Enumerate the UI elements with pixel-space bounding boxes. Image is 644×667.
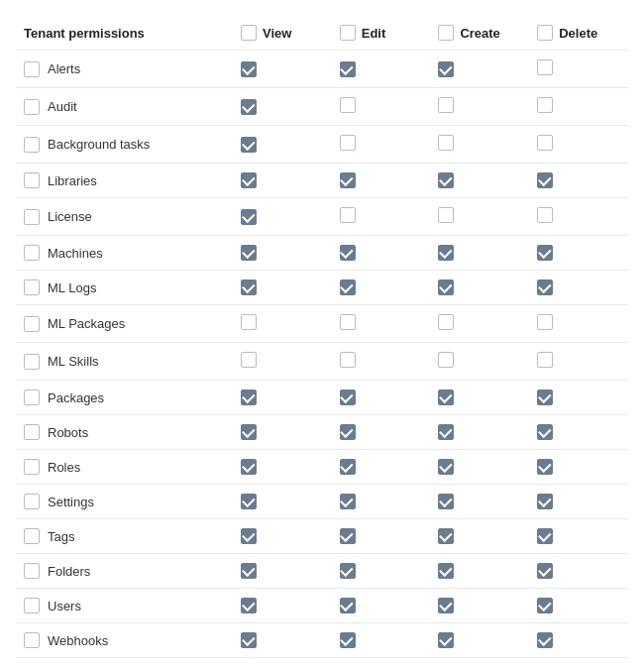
header-view-checkbox[interactable]: [241, 25, 257, 41]
row-delete-checkbox[interactable]: [537, 424, 553, 440]
row-delete-checkbox[interactable]: [537, 494, 553, 509]
row-name-cell: Settings: [16, 485, 233, 519]
row-create-checkbox[interactable]: [438, 61, 454, 77]
row-edit-checkbox[interactable]: [340, 314, 356, 330]
row-create-checkbox[interactable]: [438, 494, 454, 509]
row-select-checkbox[interactable]: [24, 137, 40, 153]
row-create-checkbox[interactable]: [438, 352, 454, 368]
row-select-checkbox[interactable]: [24, 61, 40, 77]
row-view-checkbox[interactable]: [241, 494, 257, 509]
row-delete-cell: [529, 485, 628, 519]
row-view-checkbox[interactable]: [241, 352, 257, 368]
row-delete-checkbox[interactable]: [537, 207, 553, 223]
row-create-cell: [430, 51, 529, 88]
row-create-checkbox[interactable]: [438, 632, 454, 648]
row-select-checkbox[interactable]: [24, 354, 40, 370]
row-view-checkbox[interactable]: [241, 424, 257, 440]
row-view-checkbox[interactable]: [241, 209, 257, 225]
table-row: Robots: [16, 415, 628, 450]
row-view-checkbox[interactable]: [241, 563, 257, 579]
row-select-checkbox[interactable]: [24, 389, 40, 405]
row-create-checkbox[interactable]: [438, 528, 454, 544]
row-delete-checkbox[interactable]: [537, 528, 553, 544]
row-view-checkbox[interactable]: [241, 61, 257, 77]
row-edit-checkbox[interactable]: [340, 598, 356, 613]
row-edit-checkbox[interactable]: [340, 424, 356, 440]
row-delete-checkbox[interactable]: [537, 389, 553, 405]
row-edit-checkbox[interactable]: [340, 172, 356, 188]
row-select-checkbox[interactable]: [24, 99, 40, 115]
row-edit-cell: [332, 519, 431, 554]
row-select-checkbox[interactable]: [24, 245, 40, 261]
row-view-checkbox[interactable]: [241, 172, 257, 188]
row-edit-checkbox[interactable]: [340, 632, 356, 648]
row-create-checkbox[interactable]: [438, 245, 454, 261]
row-view-checkbox[interactable]: [241, 279, 257, 295]
row-edit-checkbox[interactable]: [340, 494, 356, 509]
row-edit-checkbox[interactable]: [340, 61, 356, 77]
row-delete-cell: [529, 305, 628, 343]
row-delete-checkbox[interactable]: [537, 352, 553, 368]
row-create-checkbox[interactable]: [438, 314, 454, 330]
row-create-checkbox[interactable]: [438, 598, 454, 613]
row-delete-checkbox[interactable]: [537, 279, 553, 295]
row-edit-checkbox[interactable]: [340, 563, 356, 579]
row-view-checkbox[interactable]: [241, 245, 257, 261]
row-delete-checkbox[interactable]: [537, 97, 553, 113]
row-delete-checkbox[interactable]: [537, 632, 553, 648]
row-view-checkbox[interactable]: [241, 137, 257, 153]
row-create-checkbox[interactable]: [438, 424, 454, 440]
row-view-checkbox[interactable]: [241, 314, 257, 330]
row-create-checkbox[interactable]: [438, 459, 454, 475]
row-edit-checkbox[interactable]: [340, 352, 356, 368]
row-edit-checkbox[interactable]: [340, 389, 356, 405]
row-create-checkbox[interactable]: [438, 389, 454, 405]
row-select-checkbox[interactable]: [24, 632, 40, 648]
row-edit-checkbox[interactable]: [340, 528, 356, 544]
row-select-checkbox[interactable]: [24, 494, 40, 509]
row-create-checkbox[interactable]: [438, 207, 454, 223]
row-edit-checkbox[interactable]: [340, 279, 356, 295]
row-view-checkbox[interactable]: [241, 598, 257, 613]
row-edit-checkbox[interactable]: [340, 135, 356, 151]
row-edit-checkbox[interactable]: [340, 97, 356, 113]
row-edit-checkbox[interactable]: [340, 245, 356, 261]
row-delete-checkbox[interactable]: [537, 59, 553, 75]
row-edit-checkbox[interactable]: [340, 207, 356, 223]
table-row: ML Packages: [16, 305, 628, 343]
row-view-checkbox[interactable]: [241, 528, 257, 544]
row-delete-checkbox[interactable]: [537, 598, 553, 613]
row-delete-checkbox[interactable]: [537, 135, 553, 151]
row-view-checkbox[interactable]: [241, 632, 257, 648]
row-select-checkbox[interactable]: [24, 563, 40, 579]
row-view-cell: [233, 271, 332, 305]
row-create-checkbox[interactable]: [438, 279, 454, 295]
row-delete-checkbox[interactable]: [537, 314, 553, 330]
row-view-checkbox[interactable]: [241, 459, 257, 475]
header-delete-checkbox[interactable]: [537, 25, 553, 41]
row-create-checkbox[interactable]: [438, 563, 454, 579]
row-edit-checkbox[interactable]: [340, 459, 356, 475]
row-name-cell: Roles: [16, 450, 233, 485]
row-select-checkbox[interactable]: [24, 172, 40, 188]
row-delete-checkbox[interactable]: [537, 563, 553, 579]
row-select-checkbox[interactable]: [24, 528, 40, 544]
row-delete-checkbox[interactable]: [537, 245, 553, 261]
header-edit-checkbox[interactable]: [340, 25, 356, 41]
row-select-checkbox[interactable]: [24, 424, 40, 440]
row-create-checkbox[interactable]: [438, 97, 454, 113]
row-select-checkbox[interactable]: [24, 598, 40, 613]
row-view-cell: [233, 88, 332, 126]
row-select-checkbox[interactable]: [24, 279, 40, 295]
row-name-label: Folders: [48, 564, 90, 579]
header-create-checkbox[interactable]: [438, 25, 454, 41]
row-create-checkbox[interactable]: [438, 135, 454, 151]
row-select-checkbox[interactable]: [24, 316, 40, 332]
row-select-checkbox[interactable]: [24, 209, 40, 225]
row-delete-checkbox[interactable]: [537, 459, 553, 475]
row-create-checkbox[interactable]: [438, 172, 454, 188]
row-view-checkbox[interactable]: [241, 389, 257, 405]
row-select-checkbox[interactable]: [24, 459, 40, 475]
row-view-checkbox[interactable]: [241, 99, 257, 115]
row-delete-checkbox[interactable]: [537, 172, 553, 188]
